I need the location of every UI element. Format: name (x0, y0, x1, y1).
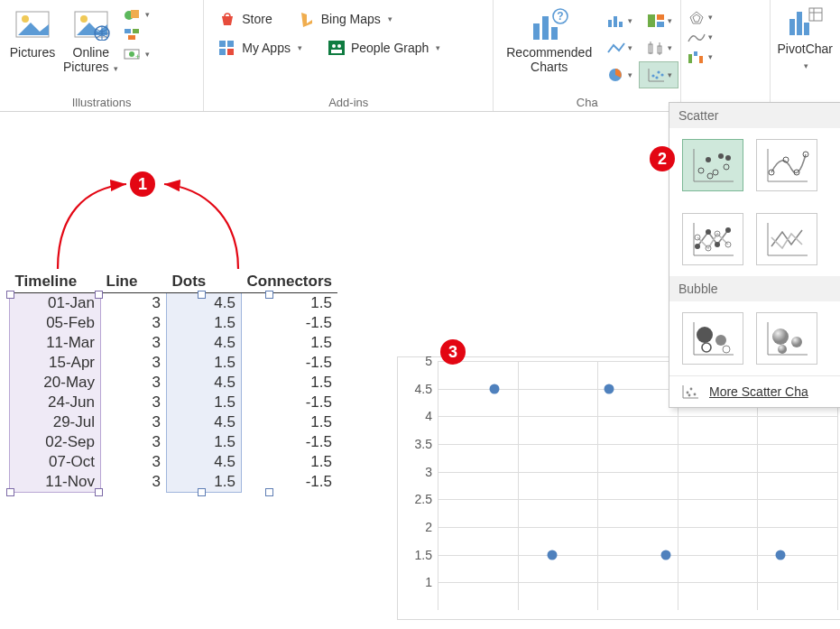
online-pictures-button[interactable]: Online Pictures ▾ (60, 4, 122, 76)
cell-connectors[interactable]: 1.5 (242, 293, 337, 314)
chevron-down-icon: ▾ (804, 61, 808, 70)
surface-chart-button[interactable]: ▾ (687, 29, 763, 45)
cell-timeline[interactable]: 11-Nov (10, 472, 101, 493)
bubble-2d-tile[interactable] (682, 312, 743, 365)
pie-chart-button[interactable]: ▾ (599, 61, 639, 88)
svg-rect-30 (614, 16, 617, 27)
scatter-markers-tile[interactable] (682, 139, 743, 191)
cell-line[interactable]: 3 (101, 432, 167, 452)
more-scatter-charts[interactable]: More Scatter Cha (669, 375, 840, 407)
group-addins: Store Bing Maps ▾ My Apps ▾ People Graph… (204, 0, 494, 111)
pivot-chart-icon (778, 2, 833, 42)
radar-chart-button[interactable]: ▾ (687, 9, 763, 25)
cell-connectors[interactable]: 1.5 (242, 373, 337, 393)
my-apps-button[interactable]: My Apps ▾ (218, 40, 302, 56)
waterfall-chart-button[interactable]: ▾ (687, 49, 763, 65)
more-scatter-icon (680, 384, 700, 400)
cell-line[interactable]: 3 (101, 472, 167, 493)
people-graph-button[interactable]: People Graph ▾ (328, 40, 440, 56)
cell-timeline[interactable]: 05-Feb (10, 313, 101, 333)
group-label-charts: Cha (494, 96, 680, 109)
scatter-chart-button[interactable]: ▾ (639, 61, 678, 88)
svg-point-77 (725, 227, 731, 233)
smartart-button[interactable] (124, 27, 150, 42)
cell-line[interactable]: 3 (101, 373, 167, 393)
scatter-section-label: Scatter (669, 103, 840, 128)
cell-connectors[interactable]: -1.5 (242, 393, 337, 412)
cell-timeline[interactable]: 07-Oct (10, 452, 101, 472)
table-row[interactable]: 15-Apr31.5-1.5 (10, 353, 337, 373)
svg-text:?: ? (557, 10, 563, 23)
cell-connectors[interactable]: 1.5 (242, 452, 337, 472)
column-chart-button[interactable]: ▾ (599, 7, 639, 34)
table-row[interactable]: 07-Oct34.51.5 (10, 452, 337, 472)
cell-dots[interactable]: 4.5 (167, 373, 242, 393)
cell-line[interactable]: 3 (101, 313, 167, 333)
cell-timeline[interactable]: 15-Apr (10, 353, 101, 373)
cell-connectors[interactable]: -1.5 (242, 432, 337, 452)
bing-maps-button[interactable]: Bing Maps ▾ (298, 11, 392, 27)
svg-rect-18 (219, 49, 226, 55)
cell-dots[interactable]: 1.5 (167, 313, 242, 333)
bubble-3d-tile[interactable] (756, 312, 817, 365)
table-row[interactable]: 24-Jun31.5-1.5 (10, 393, 337, 412)
scatter-smooth-markers-tile[interactable] (756, 139, 817, 191)
cell-timeline[interactable]: 02-Sep (10, 432, 101, 452)
more-scatter-label: More Scatter Cha (709, 384, 808, 399)
table-row[interactable]: 11-Nov31.5-1.5 (10, 472, 337, 493)
table-row[interactable]: 29-Jul34.51.5 (10, 412, 337, 432)
callout-3: 3 (440, 339, 466, 365)
cell-timeline[interactable]: 01-Jan (10, 293, 101, 314)
cell-line[interactable]: 3 (101, 293, 167, 314)
illustrations-small-buttons: ▾ + ▾ (124, 4, 150, 61)
cell-connectors[interactable]: 1.5 (242, 333, 337, 353)
recommended-charts-label: Recommended Charts (506, 45, 592, 74)
cell-dots[interactable]: 1.5 (167, 353, 242, 373)
cell-dots[interactable]: 1.5 (167, 432, 242, 452)
pictures-button[interactable]: Pictures (5, 4, 60, 61)
screenshot-button[interactable]: + ▾ (124, 47, 150, 61)
cell-timeline[interactable]: 24-Jun (10, 393, 101, 412)
cell-line[interactable]: 3 (101, 412, 167, 432)
svg-point-1 (22, 15, 29, 23)
svg-point-75 (706, 229, 711, 235)
shapes-button[interactable]: ▾ (124, 7, 150, 22)
store-button[interactable]: Store (218, 11, 272, 27)
cell-connectors[interactable]: -1.5 (242, 472, 337, 493)
table-row[interactable]: 02-Sep31.5-1.5 (10, 432, 337, 452)
table-row[interactable]: 11-Mar34.51.5 (10, 333, 337, 353)
cell-dots[interactable]: 1.5 (167, 393, 242, 412)
scatter-lines-tile[interactable] (756, 213, 817, 265)
cell-line[interactable]: 3 (101, 452, 167, 472)
hierarchy-chart-button[interactable]: ▾ (639, 7, 678, 34)
svg-rect-50 (699, 56, 703, 63)
bubble-section-label: Bubble (669, 276, 840, 301)
group-label-addins: Add-ins (204, 96, 493, 109)
cell-dots[interactable]: 4.5 (167, 412, 242, 432)
stat-chart-button[interactable]: ▾ (639, 34, 678, 61)
table-row[interactable]: 20-May34.51.5 (10, 373, 337, 393)
cell-dots[interactable]: 4.5 (167, 333, 242, 353)
pivot-chart-button[interactable]: PivotChar ▾ (778, 2, 833, 72)
scatter-lines-markers-tile[interactable] (682, 213, 743, 265)
cell-timeline[interactable]: 20-May (10, 373, 101, 393)
group-illustrations: Pictures Online Pictures ▾ ▾ + ▾ Illustr… (0, 0, 204, 111)
svg-point-86 (697, 327, 713, 343)
recommended-charts-button[interactable]: ? Recommended Charts (499, 4, 599, 76)
cell-timeline[interactable]: 11-Mar (10, 333, 101, 353)
cell-line[interactable]: 3 (101, 393, 167, 412)
cell-timeline[interactable]: 29-Jul (10, 412, 101, 432)
online-pictures-label: Online Pictures (63, 45, 109, 74)
smartart-icon (124, 27, 140, 42)
cell-connectors[interactable]: 1.5 (242, 412, 337, 432)
cell-connectors[interactable]: -1.5 (242, 313, 337, 333)
line-chart-button[interactable]: ▾ (599, 34, 639, 61)
cell-connectors[interactable]: -1.5 (242, 353, 337, 373)
table-row[interactable]: 01-Jan34.51.5 (10, 293, 337, 314)
cell-line[interactable]: 3 (101, 333, 167, 353)
svg-rect-54 (809, 8, 822, 21)
svg-rect-48 (688, 54, 692, 63)
table-row[interactable]: 05-Feb31.5-1.5 (10, 313, 337, 333)
cell-dots[interactable]: 4.5 (167, 452, 242, 472)
cell-line[interactable]: 3 (101, 353, 167, 373)
